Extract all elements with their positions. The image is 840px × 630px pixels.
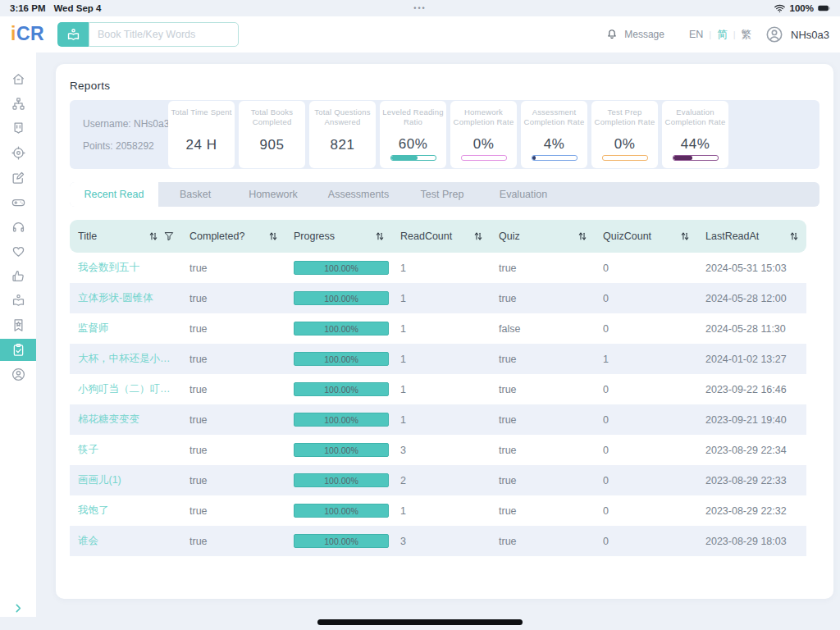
book-title-link[interactable]: 筷子 (70, 443, 181, 457)
tab-evaluation[interactable]: Evaluation (482, 182, 565, 207)
avatar-icon[interactable] (765, 25, 784, 44)
column-header-progress[interactable]: Progress (285, 220, 392, 253)
star-badge-icon (11, 317, 26, 333)
search-button[interactable] (57, 22, 89, 47)
column-header-quizcount[interactable]: QuizCount (595, 220, 697, 253)
tab-assessments[interactable]: Assessments (314, 182, 403, 207)
progress-cell: 100.00% (285, 534, 392, 548)
stat-card: Evaluation Completion Rate44% (662, 101, 728, 168)
progress-cell: 100.00% (285, 413, 392, 427)
sidebar-item-gamepad[interactable] (0, 189, 36, 214)
app-logo[interactable]: iCR (11, 23, 44, 45)
target-icon (11, 145, 26, 161)
sort-icon (267, 231, 279, 242)
account-icon (11, 367, 26, 382)
last-read-at-value: 2023-09-22 16:46 (697, 384, 806, 395)
book-title-link[interactable]: 我会数到五十 (70, 261, 181, 275)
stat-card: Total Time Spent24 H (168, 101, 235, 168)
sidebar-item-heart[interactable] (0, 239, 36, 263)
sidebar-item-book-reader[interactable] (0, 288, 36, 313)
tab-basket[interactable]: Basket (158, 182, 232, 207)
progress-bar: 100.00% (294, 322, 389, 336)
filter-icon (163, 231, 175, 242)
book-title-link[interactable]: 大杯，中杯还是小杯? (70, 352, 181, 366)
edit-note-icon (11, 170, 26, 185)
book-title-link[interactable]: 谁会 (70, 534, 181, 548)
search-input[interactable] (89, 22, 239, 47)
quiz-count-value: 0 (595, 323, 697, 335)
progress-cell: 100.00% (285, 382, 392, 396)
sidebar-item-edit-note[interactable] (0, 165, 36, 189)
column-label: QuizCount (603, 231, 651, 242)
language-switcher: EN | 简 | 繁 (689, 28, 751, 42)
column-header-completed[interactable]: Completed? (181, 220, 285, 253)
sidebar-item-account[interactable] (0, 362, 36, 386)
book-title-link[interactable]: 画画儿(1) (70, 473, 181, 487)
sidebar-item-headphones[interactable] (0, 214, 36, 239)
quiz-count-value: 0 (595, 293, 697, 304)
sidebar-item-book[interactable] (0, 116, 36, 140)
book-title-link[interactable]: 立体形状-圆锥体 (70, 291, 181, 305)
tab-recent-read[interactable]: Recent Read (70, 182, 158, 207)
quiz-count-value: 1 (595, 354, 697, 365)
book-title-link[interactable]: 棉花糖变变变 (70, 413, 181, 427)
read-count-value: 1 (392, 505, 491, 517)
sidebar-item-home[interactable] (0, 66, 36, 91)
stat-progress-bar (673, 155, 719, 161)
sidebar-item-thumbs-up[interactable] (0, 263, 36, 288)
stat-card: Homework Completion Rate0% (450, 101, 517, 168)
book-title-link[interactable]: 监督师 (70, 322, 181, 336)
stat-card-value: 905 (260, 137, 285, 153)
column-label: Progress (294, 231, 335, 242)
summary-panel: Username: NHs0a3 Points: 2058292 Total T… (70, 100, 819, 169)
stat-card-value: 821 (331, 137, 355, 153)
username-label[interactable]: NHs0a3 (791, 29, 829, 41)
quiz-value: true (491, 414, 595, 426)
tab-homework[interactable]: Homework (232, 182, 314, 207)
last-read-at-value: 2024-01-02 13:27 (697, 354, 806, 365)
last-read-at-value: 2024-05-28 12:00 (697, 293, 806, 304)
message-button[interactable]: Message (605, 28, 664, 41)
quiz-value: true (491, 505, 595, 517)
book-title-link[interactable]: 小狗叮当（二）叮当的狗 (70, 382, 181, 396)
progress-cell: 100.00% (285, 443, 392, 457)
table-row: 小狗叮当（二）叮当的狗true100.00%1true02023-09-22 1… (70, 374, 806, 404)
reports-panel: Reports Username: NHs0a3 Points: 2058292… (56, 64, 833, 599)
sidebar-item-star-badge[interactable] (0, 313, 36, 337)
read-count-value: 2 (392, 475, 491, 486)
quiz-count-value: 0 (595, 384, 697, 395)
sidebar-item-target[interactable] (0, 140, 36, 165)
message-label: Message (624, 29, 664, 40)
sidebar-item-clipboard-check[interactable] (0, 339, 36, 361)
last-read-at-value: 2023-08-29 22:34 (697, 445, 806, 456)
completed-value: true (181, 445, 285, 456)
lang-traditional-chinese[interactable]: 繁 (742, 28, 752, 42)
summary-username: Username: NHs0a3 (83, 118, 169, 130)
column-header-lastreadat[interactable]: LastReadAt (697, 220, 806, 253)
lang-en[interactable]: EN (689, 29, 703, 40)
column-label: Title (78, 231, 97, 242)
column-label: Completed? (189, 231, 244, 242)
stat-progress-fill (532, 156, 536, 160)
progress-bar: 100.00% (294, 413, 389, 427)
read-count-value: 1 (392, 323, 491, 335)
book-title-link[interactable]: 我饱了 (70, 504, 181, 518)
home-indicator[interactable] (317, 619, 523, 625)
completed-value: true (181, 536, 285, 547)
last-read-at-value: 2023-08-29 18:03 (697, 536, 806, 547)
tab-test-prep[interactable]: Test Prep (403, 182, 482, 207)
column-header-readcount[interactable]: ReadCount (392, 220, 491, 253)
sidebar-expand-button[interactable] (0, 596, 36, 620)
quiz-count-value: 0 (595, 414, 697, 426)
sidebar-item-sitemap[interactable] (0, 91, 36, 116)
quiz-value: true (491, 475, 595, 486)
chevron-right-icon (13, 603, 24, 614)
stat-card-label: Total Questions Answered (312, 107, 373, 128)
column-header-title[interactable]: Title (70, 220, 181, 253)
lang-simplified-chinese[interactable]: 简 (717, 28, 728, 42)
multitasking-dots-icon: ••• (0, 4, 840, 12)
status-bar: 3:16 PM Wed Sep 4 ••• 100% (0, 0, 840, 16)
table-row: 大杯，中杯还是小杯?true100.00%1true12024-01-02 13… (70, 344, 806, 374)
sidebar-nav (0, 52, 36, 617)
column-header-quiz[interactable]: Quiz (491, 220, 595, 253)
